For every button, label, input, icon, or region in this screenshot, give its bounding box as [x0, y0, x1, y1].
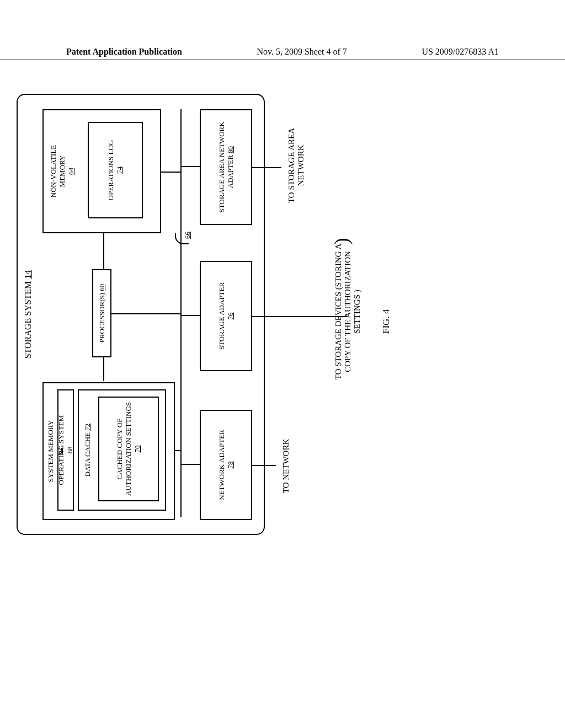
header-date-sheet: Nov. 5, 2009 Sheet 4 of 7 [257, 47, 347, 57]
connector-line [161, 172, 180, 173]
external-san-label: TO STORAGE AREA NETWORK [287, 127, 306, 204]
operations-log-box: OPERATIONS LOG 74 [88, 122, 143, 218]
processors-box: PROCESSOR(S) 60 [92, 269, 111, 357]
san-adapter-box: STORAGE AREA NETWORK ADAPTER 80 [200, 109, 252, 225]
system-memory-box: SYSTEM MEMORY 62 OPERATING SYSTEM 68 DAT… [42, 382, 175, 520]
nonvolatile-label: NON-VOLATILE MEMORY64 [49, 141, 76, 202]
external-connector-line [251, 465, 276, 466]
diagram: STORAGE SYSTEM 14 SYSTEM MEMORY 62 OPERA… [17, 165, 519, 535]
connector-line [181, 315, 200, 316]
nonvolatile-memory-box: NON-VOLATILE MEMORY64 OPERATIONS LOG 74 [42, 109, 161, 233]
header-patent-number: US 2009/0276833 A1 [422, 47, 499, 57]
external-connector-line [251, 167, 281, 168]
network-adapter-box: NETWORK ADAPTER78 [200, 410, 252, 520]
connector-line [175, 450, 180, 451]
storage-system-box: STORAGE SYSTEM 14 SYSTEM MEMORY 62 OPERA… [17, 94, 265, 535]
external-connector-line [251, 316, 348, 317]
curly-brace-icon: ) [331, 238, 353, 244]
connector-line [103, 233, 104, 269]
storage-system-title: STORAGE SYSTEM 14 [23, 270, 33, 359]
operating-system-box: OPERATING SYSTEM 68 [57, 389, 74, 511]
figure-label: FIG. 4 [381, 309, 392, 334]
connector-line [181, 166, 200, 167]
external-network-label: TO NETWORK [281, 430, 291, 502]
cached-copy-box: CACHED COPY OF AUTHORIZATION SETTINGS 70 [98, 397, 159, 501]
bus-reference-label: 66 [183, 232, 192, 239]
page-header: Patent Application Publication Nov. 5, 2… [0, 47, 565, 60]
connector-line [103, 357, 104, 381]
connector-line [111, 313, 180, 314]
connector-line [181, 464, 200, 465]
external-storage-devices-label: TO STORAGE DEVICES (STORING A COPY OF TH… [334, 234, 362, 389]
bus-line [180, 109, 182, 517]
data-cache-box: DATA CACHE 72 CACHED COPY OF AUTHORIZATI… [78, 389, 166, 511]
storage-adapter-box: STORAGE ADAPTER76 [200, 261, 252, 371]
header-publication: Patent Application Publication [66, 47, 182, 57]
data-cache-label: DATA CACHE 72 [83, 424, 92, 477]
